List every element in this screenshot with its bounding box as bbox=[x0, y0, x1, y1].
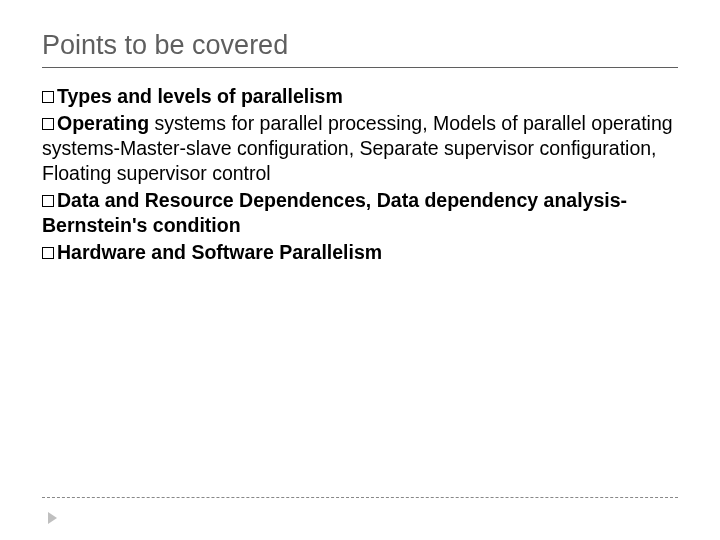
square-bullet-icon bbox=[42, 91, 54, 103]
square-bullet-icon bbox=[42, 118, 54, 130]
bullet-rest: and Resource Dependences, Data dependenc… bbox=[42, 189, 627, 236]
bullet-rest: and Software Parallelism bbox=[146, 241, 382, 263]
bullet-item-operating: Operating systems for parallel processin… bbox=[42, 111, 678, 186]
bullet-item-hardware: Hardware and Software Parallelism bbox=[42, 240, 678, 265]
arrow-right-icon bbox=[48, 512, 57, 524]
square-bullet-icon bbox=[42, 195, 54, 207]
bullet-lead: Types bbox=[57, 85, 112, 107]
bullet-item-data: Data and Resource Dependences, Data depe… bbox=[42, 188, 678, 238]
bullet-lead: Operating bbox=[57, 112, 149, 134]
bullet-item-types: Types and levels of parallelism bbox=[42, 84, 678, 109]
title-underline bbox=[42, 67, 678, 68]
bullet-rest: and levels of parallelism bbox=[112, 85, 343, 107]
page-title: Points to be covered bbox=[42, 30, 678, 61]
bullet-list: Types and levels of parallelism Operatin… bbox=[42, 84, 678, 265]
bullet-lead: Hardware bbox=[57, 241, 146, 263]
footer-divider bbox=[42, 497, 678, 498]
bullet-lead: Data bbox=[57, 189, 99, 211]
square-bullet-icon bbox=[42, 247, 54, 259]
